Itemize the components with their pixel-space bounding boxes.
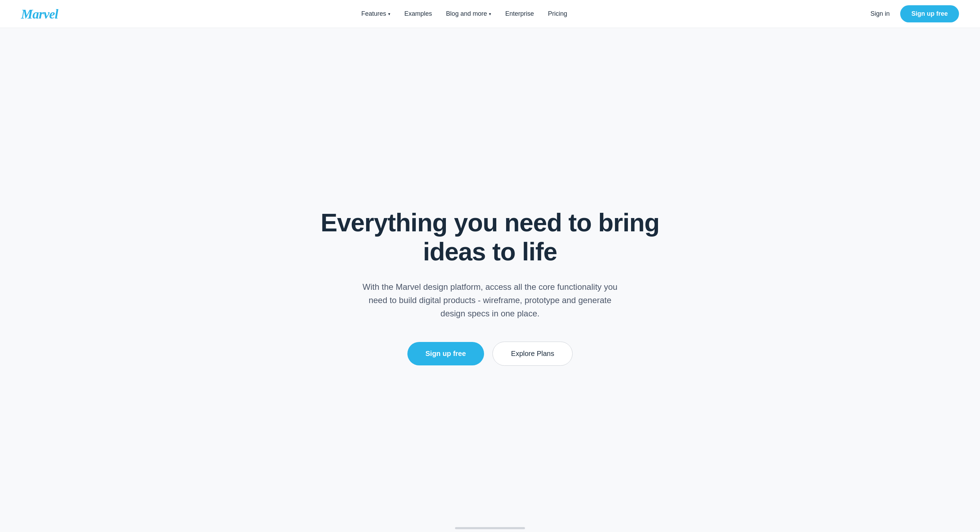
nav-link-features[interactable]: Features ▾ xyxy=(361,10,390,18)
nav-item-examples[interactable]: Examples xyxy=(404,10,432,18)
signup-button-hero[interactable]: Sign up free xyxy=(407,342,484,365)
hero-buttons: Sign up free Explore Plans xyxy=(407,342,573,366)
nav-label-features: Features xyxy=(361,10,386,18)
signin-link[interactable]: Sign in xyxy=(870,10,890,18)
scroll-indicator xyxy=(455,527,525,529)
nav-link-blog[interactable]: Blog and more ▾ xyxy=(446,10,491,18)
chevron-down-icon: ▾ xyxy=(489,11,491,16)
explore-plans-button[interactable]: Explore Plans xyxy=(492,342,573,366)
nav-item-enterprise[interactable]: Enterprise xyxy=(505,10,534,18)
navbar: Marvel Features ▾ Examples Blog and more… xyxy=(0,0,980,28)
nav-links: Features ▾ Examples Blog and more ▾ Ente… xyxy=(361,10,567,18)
nav-item-blog[interactable]: Blog and more ▾ xyxy=(446,10,491,18)
nav-item-features[interactable]: Features ▾ xyxy=(361,10,390,18)
hero-subtitle: With the Marvel design platform, access … xyxy=(357,280,623,320)
nav-label-enterprise: Enterprise xyxy=(505,10,534,18)
nav-actions: Sign in Sign up free xyxy=(870,5,959,22)
nav-link-pricing[interactable]: Pricing xyxy=(548,10,567,18)
chevron-down-icon: ▾ xyxy=(388,11,390,16)
nav-label-examples: Examples xyxy=(404,10,432,18)
logo: Marvel xyxy=(21,6,58,22)
nav-label-pricing: Pricing xyxy=(548,10,567,18)
signup-button-nav[interactable]: Sign up free xyxy=(900,5,959,22)
nav-label-blog: Blog and more xyxy=(446,10,487,18)
logo-container[interactable]: Marvel xyxy=(21,6,58,22)
hero-section: Everything you need to bring ideas to li… xyxy=(0,28,980,532)
nav-item-pricing[interactable]: Pricing xyxy=(548,10,567,18)
hero-title: Everything you need to bring ideas to li… xyxy=(298,208,682,266)
nav-link-enterprise[interactable]: Enterprise xyxy=(505,10,534,18)
nav-link-examples[interactable]: Examples xyxy=(404,10,432,18)
